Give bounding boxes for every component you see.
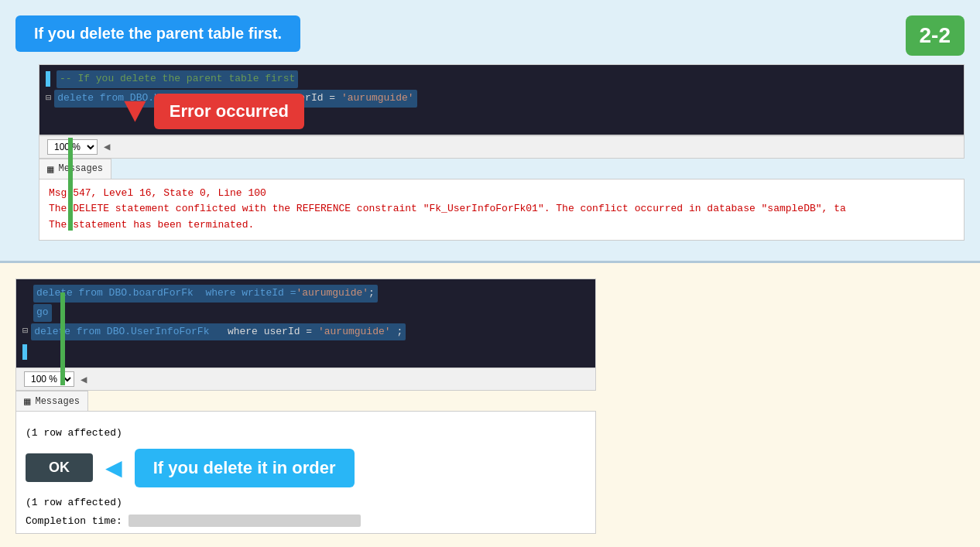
- row-affected-1: (1 row affected): [26, 424, 122, 442]
- completion-label: Completion time:: [26, 515, 122, 527]
- top-section: If you delete the parent table first. 2-…: [0, 0, 980, 263]
- messages-content-bottom: (1 row affected) OK ◀ If you delete it i…: [15, 411, 596, 534]
- bottom-code-line-1: delete from DBO.boardForFk where writeId…: [16, 284, 595, 303]
- messages-tab-top[interactable]: ▦ Messages: [39, 159, 111, 179]
- left-bar-bottom: [60, 292, 65, 385]
- scroll-left-icon[interactable]: ◀: [104, 140, 110, 153]
- messages-content-top: Msg 547, Level 16, State 0, Line 100 The…: [39, 179, 965, 241]
- error-msg-3: The statement has been terminated.: [49, 217, 954, 234]
- minus-icon: ⊟: [46, 91, 51, 106]
- zoom-select-bottom[interactable]: 100 %: [24, 371, 74, 387]
- error-msg-2: The DELETE statement conflicted with the…: [49, 201, 954, 217]
- code-go: go: [33, 304, 52, 322]
- messages-label-bottom: Messages: [35, 396, 80, 407]
- top-title-banner: If you delete the parent table first.: [15, 15, 300, 52]
- toolbar-top: 100 % ◀: [39, 135, 965, 159]
- down-arrow-icon: ▼: [124, 93, 146, 130]
- messages-label-top: Messages: [58, 163, 103, 174]
- code-comment: -- If you delete the parent table first: [57, 70, 298, 88]
- ok-row: (1 row affected): [26, 424, 586, 442]
- bottom-code-wrapper: delete from DBO.boardForFk where writeId…: [15, 279, 596, 534]
- toolbar-bottom: 100 % ◀: [15, 368, 596, 391]
- completion-bar: [128, 515, 361, 527]
- messages-tab-bottom[interactable]: ▦ Messages: [15, 391, 88, 411]
- code-line-1: -- If you delete the parent table first: [39, 70, 964, 89]
- success-label: If you delete it in order: [135, 449, 355, 487]
- slide-badge: 2-2: [906, 15, 965, 56]
- grid-icon: ▦: [47, 162, 53, 176]
- error-label: Error occurred: [154, 94, 304, 129]
- left-arrow-icon: ◀: [105, 451, 122, 485]
- code-delete-board: delete from DBO.boardForFk where writeId…: [33, 285, 378, 303]
- error-msg-1: Msg 547, Level 16, State 0, Line 100: [49, 186, 954, 202]
- completion-row: Completion time:: [26, 515, 586, 527]
- row-affected-2: (1 row affected): [26, 494, 586, 511]
- left-bar-indicator: [68, 138, 73, 231]
- code-delete-user: delete from DBO.UserInfoForFk where user…: [31, 323, 406, 341]
- bottom-code-line-3: ⊟ delete from DBO.UserInfoForFk where us…: [16, 323, 595, 342]
- scroll-left-icon-bottom[interactable]: ◀: [81, 373, 87, 386]
- ok-button[interactable]: OK: [26, 453, 93, 482]
- toolbar-wrapper-top: 100 % ◀: [39, 135, 965, 159]
- messages-wrapper-top: ▦ Messages Msg 547, Level 16, State 0, L…: [39, 159, 965, 241]
- error-overlay: ▼ Error occurred: [124, 93, 304, 130]
- bottom-section: delete from DBO.boardForFk where writeId…: [0, 263, 980, 547]
- grid-icon-bottom: ▦: [24, 395, 30, 408]
- code-editor-bottom-box[interactable]: delete from DBO.boardForFk where writeId…: [15, 279, 596, 368]
- minus-icon-bottom: ⊟: [22, 324, 28, 339]
- bottom-code-line-empty: [16, 341, 595, 363]
- line-marker-1: [46, 71, 50, 87]
- bottom-code-line-2: go: [16, 303, 595, 323]
- ok-success-row: OK ◀ If you delete it in order: [26, 449, 586, 487]
